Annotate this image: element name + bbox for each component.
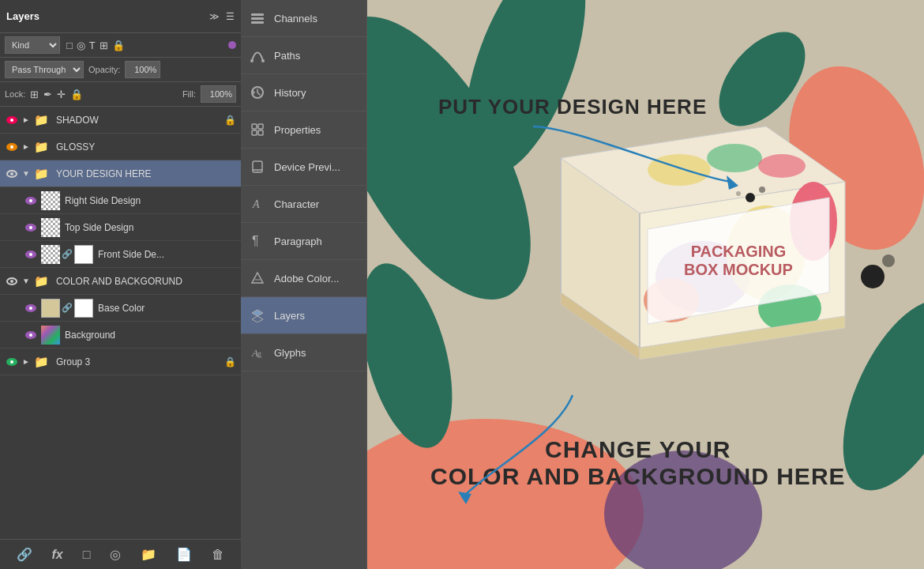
eye-color-bg[interactable] — [5, 274, 19, 288]
eye-top-side[interactable] — [24, 220, 38, 235]
svg-rect-8 — [252, 130, 257, 135]
link-icon-front: 🔗 — [62, 249, 73, 259]
properties-label: Properties — [274, 124, 359, 136]
eye-background[interactable] — [24, 328, 38, 342]
expand-icon[interactable]: ≫ — [209, 11, 220, 22]
delete-icon[interactable]: 🗑 — [212, 548, 224, 562]
new-group-icon[interactable]: 📁 — [141, 547, 156, 562]
eye-base-color[interactable] — [24, 301, 38, 315]
svg-text:A: A — [252, 198, 260, 210]
svg-point-4 — [261, 59, 265, 62]
arrow-top — [525, 111, 762, 205]
layer-background[interactable]: Background — [0, 322, 241, 349]
filter-adjust-icon[interactable]: ◎ — [77, 40, 85, 51]
layer-name-your-design: YOUR DESIGN HERE — [56, 168, 236, 179]
layer-name-front-side: Front Side De... — [98, 249, 236, 260]
svg-rect-10 — [253, 161, 262, 172]
menu-glyphs[interactable]: Ag Glyphs — [241, 334, 366, 371]
thumb-glossy: 📁 — [32, 138, 51, 156]
paths-label: Paths — [274, 50, 359, 62]
paragraph-label: Paragraph — [274, 236, 359, 247]
lock-group3: 🔒 — [224, 356, 236, 367]
menu-history[interactable]: History — [241, 74, 366, 111]
menu-adobe-color[interactable]: Adobe Color... — [241, 260, 366, 297]
lock-move-icon[interactable]: ✛ — [57, 89, 66, 100]
layer-arrow-group3: ► — [22, 357, 30, 366]
filter-row: Kind Name Effect □ ◎ T ⊞ 🔒 — [0, 33, 241, 58]
eye-glossy[interactable] — [5, 140, 19, 154]
menu-channels[interactable]: Channels — [241, 0, 366, 37]
layer-name-group3: Group 3 — [56, 356, 221, 367]
layer-shadow[interactable]: ► 📁 SHADOW 🔒 — [0, 107, 241, 134]
thumb-color-bg: 📁 — [32, 272, 51, 291]
layer-your-design[interactable]: ▼ 📁 YOUR DESIGN HERE — [0, 160, 241, 187]
svg-rect-9 — [258, 130, 263, 135]
device-label: Device Previ... — [274, 161, 359, 173]
layer-arrow-color-bg: ▼ — [22, 277, 30, 285]
layers-menu-label: Layers — [274, 310, 359, 322]
layer-name-glossy: GLOSSY — [56, 141, 236, 153]
paragraph-icon: ¶ — [249, 232, 266, 250]
menu-character[interactable]: A Character — [241, 186, 366, 223]
opacity-input[interactable] — [125, 61, 160, 78]
svg-rect-1 — [251, 17, 264, 20]
filter-lock-icon[interactable]: 🔒 — [112, 40, 125, 51]
layer-color-bg[interactable]: ▼ 📁 COLOR AND BACKGORUND — [0, 268, 241, 295]
blend-row: Pass Through Normal Multiply Opacity: — [0, 58, 241, 82]
panel-header: Layers ≫ ☰ — [0, 0, 241, 33]
layer-right-side[interactable]: Right Side Design — [0, 187, 241, 214]
mask-icon[interactable]: □ — [83, 548, 91, 562]
arrow-bottom — [415, 387, 612, 514]
channels-label: Channels — [274, 13, 359, 24]
lock-row: Lock: ⊞ ✒ ✛ 🔒 Fill: — [0, 82, 241, 107]
menu-paths[interactable]: Paths — [241, 37, 366, 74]
eye-shadow[interactable] — [5, 113, 19, 127]
filter-shape-icon[interactable]: ⊞ — [100, 40, 108, 51]
thumb-base-color — [41, 299, 60, 318]
menu-properties[interactable]: Properties — [241, 111, 366, 149]
svg-marker-15 — [252, 273, 263, 283]
layer-arrow-your-design: ▼ — [22, 169, 30, 178]
menu-paragraph[interactable]: ¶ Paragraph — [241, 223, 366, 260]
filter-type-icon[interactable]: T — [89, 40, 96, 51]
lock-icons: ⊞ ✒ ✛ 🔒 — [30, 89, 83, 100]
blend-mode-select[interactable]: Pass Through Normal Multiply — [5, 61, 84, 78]
svg-marker-32 — [727, 175, 738, 190]
svg-text:BOX MOCKUP: BOX MOCKUP — [684, 261, 793, 278]
eye-group3[interactable] — [5, 355, 19, 369]
eye-your-design[interactable] — [5, 167, 19, 181]
layer-glossy[interactable]: ► 📁 GLOSSY — [0, 134, 241, 160]
link-icon-base: 🔗 — [62, 303, 73, 313]
link-layers-icon[interactable]: 🔗 — [17, 547, 32, 562]
fx-icon[interactable]: fx — [52, 548, 63, 562]
eye-right-side[interactable] — [24, 194, 38, 208]
menu-icon[interactable]: ☰ — [226, 11, 235, 22]
thumb-your-design: 📁 — [32, 164, 51, 183]
glyphs-icon: Ag — [249, 344, 266, 361]
layer-name-right-side: Right Side Design — [65, 195, 236, 206]
thumb-front-side-checker — [41, 245, 60, 264]
character-icon: A — [249, 195, 266, 213]
adobe-color-label: Adobe Color... — [274, 273, 359, 284]
layer-base-color[interactable]: 🔗 Base Color — [0, 295, 241, 322]
thumb-group3: 📁 — [32, 352, 51, 371]
menu-layers[interactable]: Layers — [241, 297, 366, 334]
channels-icon — [249, 9, 266, 27]
menu-device[interactable]: Device Previ... — [241, 149, 366, 186]
history-icon — [249, 84, 266, 101]
layer-group3[interactable]: ► 📁 Group 3 🔒 — [0, 349, 241, 375]
lock-all-icon[interactable]: 🔒 — [70, 89, 83, 100]
new-layer-icon[interactable]: 📄 — [176, 547, 192, 562]
lock-pixels-icon[interactable]: ⊞ — [30, 89, 39, 100]
layer-front-side[interactable]: 🔗 Front Side De... — [0, 241, 241, 268]
kind-select[interactable]: Kind Name Effect — [5, 36, 60, 54]
filter-pixel-icon[interactable]: □ — [66, 40, 73, 51]
layer-name-top-side: Top Side Design — [65, 222, 236, 233]
main-canvas: PUT YOUR DESIGN HERE CHANGE YOUR COLOR A… — [367, 0, 924, 569]
fill-input[interactable] — [201, 85, 236, 103]
layer-top-side[interactable]: Top Side Design — [0, 214, 241, 241]
adjustment-icon[interactable]: ◎ — [110, 547, 121, 562]
lock-position-icon[interactable]: ✒ — [43, 89, 52, 100]
eye-front-side[interactable] — [24, 247, 38, 262]
adobe-color-icon — [249, 269, 266, 287]
